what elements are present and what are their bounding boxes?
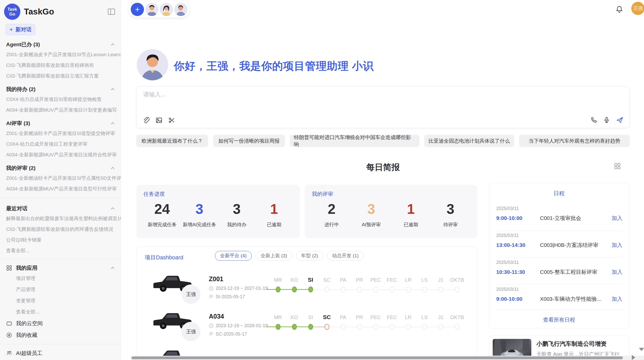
schedule-date: 2025/03/11 [496,206,622,211]
milestone-label: SC [323,314,331,321]
contact-avatar[interactable] [174,3,187,16]
milestone-label: LR [405,314,412,321]
sidebar-collapse-icon[interactable] [107,8,116,16]
list-item[interactable]: C0X4-动力总成开发项目工程变更评审 [0,139,121,149]
phone-icon[interactable] [590,116,597,124]
section-my-apps[interactable]: 我的应用 [0,262,121,273]
list-item[interactable]: 公司Q3轻卡销量 [0,235,121,245]
horizontal-scrollbar-thumb[interactable] [131,356,623,359]
divider [0,259,121,259]
list-item[interactable]: Z001-全新燃油轻卡产品开发项目SI节点属性5D文件评审 [0,173,121,184]
new-chat-button[interactable]: + 新对话 [6,24,35,35]
divider [496,310,622,310]
sidebar-item-change-mgmt[interactable]: 变更管理 [0,295,121,306]
list-item[interactable]: A034-全新新能源MUV产品开发项目计划变更表编写 [0,105,121,115]
list-item[interactable]: 解释最新出台的欧盟报废车法规再生塑料比例被调至15%... [0,213,121,224]
suggestion-chip[interactable]: 当下年轻人对汽车外观有怎样的喜好趋势 [519,135,630,147]
view-all-link[interactable]: 查看全部... [0,245,121,256]
list-item[interactable]: C0X4-动力总成开发项目SI里程碑提交物检查 [0,94,121,105]
user-avatar[interactable]: 王强 [631,2,644,15]
project-flag-milestone: SC-2025-05-17 [209,332,247,337]
view-all-link[interactable]: 查看全部... [0,306,121,318]
user-name: 王强 [633,5,643,12]
sidebar: Task Go TaskGo + 新对话 Agent已办 (3) Z001-全新… [0,0,121,360]
milestone-label: J1 [438,276,443,283]
section-agent-done[interactable]: Agent已办 (3) [0,37,121,49]
daily-brief-title: 每日简报 [136,162,630,173]
notification-bell-icon[interactable] [615,5,624,14]
list-item[interactable]: A034-全新新能源MUV产品开发项目法规符合性评审 [0,149,121,160]
chat-input[interactable] [143,90,622,111]
tab-powertrain[interactable]: 动总开发 (1) [327,251,364,261]
chevron-up-icon [111,266,115,269]
divider [496,257,622,258]
scissors-icon[interactable] [168,117,175,124]
milestone-dot [276,287,281,292]
suggestion-chips: 欧洲新规最近颁布了什么？ 如何写一份清晰的项目周报 特朗普可能对进口汽车增税会对… [136,135,630,147]
schedule-time: 9:00-10:00 [496,215,540,221]
flag-icon [209,294,214,299]
sidebar-item-project-mgmt[interactable]: 项目管理 [0,273,121,284]
schedule-name: C001-立项审批会 [540,215,612,222]
stat-label: 我的待办 [218,221,256,228]
list-item[interactable]: Z001-全新燃油皮卡产品开发项目SI节点Lesson Learn报告 [0,49,121,60]
milestone-dot [406,324,411,330]
add-contact-button[interactable]: + [131,3,144,16]
tab-all-platform[interactable]: 全新平台 (4) [215,251,252,261]
section-my-review[interactable]: 我的评审 (2) [0,160,121,173]
schedule-time: 10:30-11:30 [496,269,540,275]
schedule-date: 2025/03/11 [496,233,622,238]
stat-label: AI预评审 [352,221,391,228]
flag-icon [209,332,214,337]
list-item[interactable]: C02-飞腾新能源轻客改款项目的闭环通告反馈情况 [0,224,121,235]
milestone-label: KO [291,314,298,321]
sidebar-item-label: 我的云空间 [16,320,43,327]
view-all-schedule-link[interactable]: 查看所有日程 [489,316,629,323]
sidebar-item-cloud-space[interactable]: 我的云空间 [0,318,121,329]
stat: 1 已逾期 [255,201,293,228]
join-button[interactable]: 加入 [612,215,622,222]
list-item[interactable]: A034-全新新能源MUV产品开发项目造型可行性评审 [0,184,121,194]
milestone-dot [308,287,313,292]
join-button[interactable]: 加入 [612,242,622,249]
project-row[interactable]: 王强 Z001 2023-12-19 ~ 2027-01-19 SI-2025-… [137,271,477,309]
layout-grid-icon[interactable] [614,163,621,170]
schedule-name: X003-车辆动力学性能验... [540,295,612,303]
logo-text-bottom: Go [9,12,15,17]
contact-avatar[interactable] [160,3,173,16]
image-icon[interactable] [155,117,163,124]
stat-value: 2 [312,201,352,217]
suggestion-chip[interactable]: 特朗普可能对进口汽车增税会对中国车企造成哪些影响 [290,135,419,147]
scroll-right-arrow-icon[interactable] [632,355,635,360]
milestone-dot [341,324,346,330]
join-button[interactable]: 加入 [612,268,622,276]
list-item[interactable]: C02-飞腾新能源轻客改款项目里程碑画布 [0,60,121,71]
sidebar-item-product-mgmt[interactable]: 产品管理 [0,284,121,295]
sidebar-item-favorites[interactable]: 我的收藏 [0,329,121,341]
send-icon[interactable] [616,116,623,124]
paperclip-icon[interactable] [143,117,150,124]
tab-year-model[interactable]: 年型 (2) [296,251,323,261]
suggestion-chip[interactable]: 比亚迪全固态电池计划具体说了什么 [424,135,514,147]
join-button[interactable]: 加入 [612,295,622,303]
mic-icon[interactable] [603,116,610,124]
sidebar-item-ai-staff[interactable]: AI超级员工 [0,347,121,359]
contact-avatar[interactable] [145,3,158,16]
project-row[interactable]: 王强 A034 2023-12-19 ~ 2026-01-19 SC-2025-… [137,309,477,346]
section-ai-review[interactable]: AI评审 (3) [0,115,121,128]
milestone-label: PA [340,276,346,283]
suggestion-chip[interactable]: 如何写一份清晰的项目周报 [213,135,285,147]
sidebar-item-writing[interactable]: 帮我写作 [0,359,121,360]
task-progress-card: 任务进度 24 新增完成任务 3 新增AI完成任务 3 我的待办 1 已逾期 [136,185,300,238]
section-my-todo[interactable]: 我的待办 (2) [0,81,121,94]
suggestion-chip[interactable]: 欧洲新规最近颁布了什么？ [136,135,208,147]
list-item[interactable]: Z001-全新燃油轻卡产品开发项目SI造型提交物评审 [0,128,121,139]
list-item[interactable]: C02-飞腾新能源轻客改款项目立项汇报方案 [0,71,121,81]
chevron-up-icon [111,43,115,46]
app-logo: Task Go [4,4,20,20]
milestone-dot [357,287,362,292]
scroll-down-arrow-icon[interactable] [639,348,644,351]
milestone-dot [390,287,394,292]
tab-new-body[interactable]: 全新上装 (3) [256,251,292,261]
section-recent-chats[interactable]: 最近对话 [0,201,121,213]
